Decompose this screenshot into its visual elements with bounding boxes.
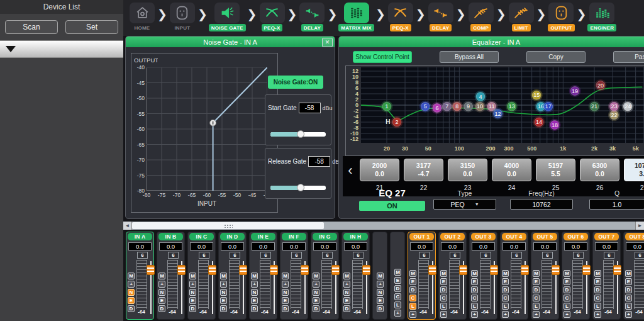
strip-button-c[interactable]: C xyxy=(625,295,632,301)
strip-button-m[interactable]: M xyxy=(313,273,319,279)
strip-button-plus[interactable]: + xyxy=(625,311,632,318)
channel-gain-value[interactable]: 0.0 xyxy=(128,242,152,251)
strip-button-d[interactable]: D xyxy=(343,305,350,312)
strip-button-n[interactable]: N xyxy=(128,289,135,296)
horizontal-scrollbar[interactable]: ◄ ► xyxy=(123,222,644,230)
eq-control-point-12[interactable]: 12 xyxy=(492,108,504,120)
strip-button-m[interactable]: M xyxy=(502,270,509,277)
channel-gain-value[interactable]: 0.0 xyxy=(533,242,557,251)
show-control-point-button[interactable]: Show Control Point xyxy=(353,51,412,63)
band-cell-values[interactable]: 40000.0 xyxy=(492,159,531,181)
strip-button-plus[interactable]: + xyxy=(409,311,416,318)
toolbar-item-noise-gate[interactable]: NOISE GATE xyxy=(209,3,246,31)
channel-strip-in-g[interactable]: IN G0.06-64M+NED xyxy=(311,232,339,320)
scan-button[interactable]: Scan xyxy=(5,20,58,34)
channel-gain-value[interactable]: 0.0 xyxy=(159,242,182,251)
channel-gain-value[interactable]: 0.0 xyxy=(595,242,618,251)
strip-button-plus[interactable]: + xyxy=(128,281,135,288)
band-q-input[interactable]: 1.0 xyxy=(589,199,644,210)
eq-control-point-14[interactable]: 14 xyxy=(533,116,545,128)
strip-button-plus[interactable]: + xyxy=(394,310,401,317)
strip-button-d[interactable]: D xyxy=(625,286,632,293)
strip-button-plus[interactable]: + xyxy=(377,281,384,288)
channel-gain-value[interactable]: 0.0 xyxy=(313,242,336,251)
eq-control-point-20[interactable]: 20 xyxy=(595,79,607,91)
strip-button-d[interactable]: D xyxy=(564,286,570,293)
strip-button-e[interactable]: E xyxy=(220,297,227,304)
strip-button-m[interactable]: M xyxy=(251,273,258,279)
channel-strip-in-h[interactable]: IN H0.06-64M+NED xyxy=(341,232,370,320)
fader-thumb[interactable] xyxy=(270,265,278,275)
strip-button-e[interactable]: E xyxy=(594,278,601,285)
fader-thumb[interactable] xyxy=(208,265,216,275)
scrollbar-thumb[interactable] xyxy=(132,222,324,229)
strip-button-m[interactable]: M xyxy=(564,270,570,277)
eq-control-point-18[interactable]: 18 xyxy=(548,119,560,131)
strip-button-plus[interactable]: + xyxy=(440,311,447,318)
band-on-button[interactable]: ON xyxy=(359,201,425,211)
fader-thumb[interactable] xyxy=(552,265,560,275)
start-gate-slider-thumb[interactable] xyxy=(297,130,304,138)
fader-thumb[interactable] xyxy=(613,265,621,275)
strip-button-d[interactable]: D xyxy=(377,305,384,312)
strip-button-c[interactable]: C xyxy=(440,295,447,301)
scroll-right-icon[interactable]: ► xyxy=(635,222,644,230)
strip-button-d[interactable]: D xyxy=(471,286,478,293)
strip-button-e[interactable]: E xyxy=(313,297,319,304)
bypass-all-button[interactable]: Bypass All xyxy=(440,51,499,63)
strip-button-e[interactable]: E xyxy=(564,278,570,285)
strip-button-m[interactable]: M xyxy=(533,270,540,277)
band-cell-values[interactable]: 63000.0 xyxy=(580,159,619,181)
eq-control-point-13[interactable]: 13 xyxy=(506,101,518,113)
channel-gain-value[interactable]: 0.0 xyxy=(626,242,644,251)
strip-button-e[interactable]: E xyxy=(158,297,165,304)
channel-strip-out-6[interactable]: OUT 60.06-64MEDCL+ xyxy=(562,232,590,320)
strip-button-c[interactable]: C xyxy=(394,293,401,300)
strip-button-d[interactable]: D xyxy=(394,285,401,292)
strip-button-e[interactable]: E xyxy=(128,297,135,304)
eq-control-point-23[interactable]: 23 xyxy=(608,101,620,113)
strip-button-d[interactable]: D xyxy=(313,305,319,312)
strip-button-m[interactable]: M xyxy=(282,273,289,279)
strip-button-d[interactable]: D xyxy=(128,305,135,312)
strip-button-l[interactable]: L xyxy=(409,303,416,310)
strip-button-n[interactable]: N xyxy=(251,289,258,296)
channel-strip-in-a[interactable]: IN A0.06-64M+NED xyxy=(126,232,154,320)
strip-button-plus[interactable]: + xyxy=(533,311,540,318)
strip-button-l[interactable]: L xyxy=(564,303,570,310)
band-type-select[interactable]: PEQ ▼ xyxy=(433,199,496,210)
fader-thumb[interactable] xyxy=(490,265,498,275)
band-cell-23[interactable]: 31500.023 xyxy=(448,159,487,191)
fader-thumb[interactable] xyxy=(331,265,340,275)
band-cell-values[interactable]: 51975.5 xyxy=(536,159,575,181)
band-cell-25[interactable]: 51975.525 xyxy=(536,159,575,191)
strip-button-n[interactable]: N xyxy=(313,289,319,296)
strip-button-l[interactable]: L xyxy=(625,303,632,310)
strip-button-c[interactable]: C xyxy=(594,295,601,301)
strip-button-c[interactable]: C xyxy=(502,295,509,301)
strip-button-plus[interactable]: + xyxy=(471,311,478,318)
band-freq-input[interactable]: 10762 xyxy=(510,199,573,210)
strip-button-m[interactable]: M xyxy=(128,273,135,279)
channel-gain-value[interactable]: 0.0 xyxy=(282,242,306,251)
eq-control-point-1[interactable]: 1 xyxy=(381,101,393,113)
strip-button-plus[interactable]: + xyxy=(343,281,350,288)
channel-strip-out-3[interactable]: OUT 30.06-64MEDCL+ xyxy=(469,232,497,320)
strip-button-plus[interactable]: + xyxy=(282,281,289,288)
strip-button-e[interactable]: E xyxy=(533,278,540,285)
toolbar-item-comp[interactable]: COMP xyxy=(467,3,495,31)
channel-strip-in-f[interactable]: IN F0.06-64M+NED xyxy=(280,232,308,320)
strip-button-e[interactable]: E xyxy=(625,278,632,285)
strip-button-m[interactable]: M xyxy=(409,270,416,277)
strip-button-e[interactable]: E xyxy=(502,278,509,285)
strip-button-e[interactable]: E xyxy=(343,297,350,304)
channel-strip-out-1[interactable]: OUT 10.06-64MEDCL+ xyxy=(408,232,436,320)
strip-button-m[interactable]: M xyxy=(343,273,350,279)
start-gate-slider[interactable] xyxy=(270,132,326,137)
strip-button-l[interactable]: L xyxy=(594,303,601,310)
channel-strip-in-c[interactable]: IN C0.06-64M+NED xyxy=(187,232,216,320)
strip-button-n[interactable]: N xyxy=(343,289,350,296)
strip-button-m[interactable]: M xyxy=(625,270,632,277)
device-dropdown[interactable] xyxy=(0,40,123,58)
channel-strip-out-5[interactable]: OUT 50.06-64MEDCL+ xyxy=(531,232,559,320)
